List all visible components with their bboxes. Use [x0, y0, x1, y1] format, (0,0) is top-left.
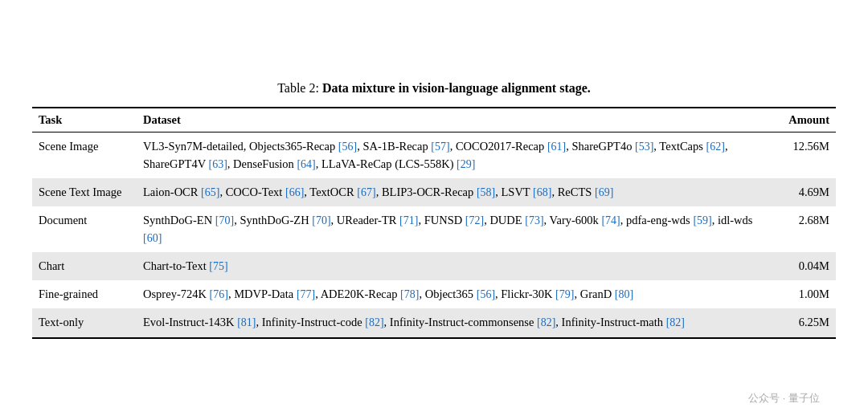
amount-cell: 12.56M: [772, 133, 836, 178]
table-row: DocumentSynthDoG-EN [70], SynthDoG-ZH [7…: [32, 206, 836, 252]
title-bold: Data mixture in vision-language alignmen…: [322, 81, 591, 95]
task-cell: Chart: [32, 252, 137, 280]
citation-ref[interactable]: [64]: [297, 158, 315, 170]
citation-ref[interactable]: [68]: [533, 186, 551, 198]
citation-ref[interactable]: [67]: [357, 186, 375, 198]
citation-ref[interactable]: [73]: [525, 214, 543, 226]
table-row: Scene Text ImageLaion-OCR [65], COCO-Tex…: [32, 178, 836, 206]
amount-cell: 1.00M: [772, 280, 836, 308]
dataset-cell: Evol-Instruct-143K [81], Infinity-Instru…: [137, 308, 772, 337]
dataset-cell: VL3-Syn7M-detailed, Objects365-Recap [56…: [137, 133, 772, 178]
amount-cell: 6.25M: [772, 308, 836, 337]
citation-ref[interactable]: [61]: [547, 141, 566, 153]
citation-ref[interactable]: [60]: [143, 232, 162, 244]
citation-ref[interactable]: [58]: [477, 186, 495, 198]
table-row: Fine-grainedOsprey-724K [76], MDVP-Data …: [32, 280, 836, 308]
citation-ref[interactable]: [65]: [201, 186, 219, 198]
header-task: Task: [32, 108, 137, 133]
citation-ref[interactable]: [80]: [615, 288, 633, 300]
header-amount: Amount: [772, 108, 836, 133]
data-table: Task Dataset Amount Scene ImageVL3-Syn7M…: [32, 107, 836, 338]
task-cell: Text-only: [32, 308, 137, 337]
citation-ref[interactable]: [63]: [209, 158, 227, 170]
citation-ref[interactable]: [72]: [465, 214, 484, 226]
task-cell: Scene Image: [32, 133, 137, 178]
citation-ref[interactable]: [81]: [237, 316, 256, 328]
dataset-cell: SynthDoG-EN [70], SynthDoG-ZH [70], URea…: [137, 206, 772, 252]
citation-ref[interactable]: [70]: [215, 214, 234, 226]
citation-ref[interactable]: [77]: [297, 288, 315, 300]
citation-ref[interactable]: [53]: [635, 141, 653, 153]
table-header-row: Task Dataset Amount: [32, 108, 836, 133]
citation-ref[interactable]: [78]: [400, 288, 419, 300]
dataset-cell: Chart-to-Text [75]: [137, 252, 772, 280]
citation-ref[interactable]: [82]: [365, 316, 383, 328]
citation-ref[interactable]: [69]: [595, 186, 613, 198]
citation-ref[interactable]: [76]: [210, 288, 228, 300]
citation-ref[interactable]: [75]: [209, 260, 227, 272]
citation-ref[interactable]: [66]: [285, 186, 304, 198]
page-container: Table 2: Data mixture in vision-language…: [32, 81, 836, 338]
table-title: Table 2: Data mixture in vision-language…: [32, 81, 836, 96]
citation-ref[interactable]: [82]: [666, 316, 685, 328]
citation-ref[interactable]: [79]: [555, 288, 574, 300]
amount-cell: 2.68M: [772, 206, 836, 252]
amount-cell: 0.04M: [772, 252, 836, 280]
citation-ref[interactable]: [70]: [312, 214, 330, 226]
watermark: 公众号 · 量子位: [748, 391, 820, 406]
citation-ref[interactable]: [56]: [338, 141, 357, 153]
citation-ref[interactable]: [29]: [457, 158, 475, 170]
table-row: ChartChart-to-Text [75]0.04M: [32, 252, 836, 280]
task-cell: Fine-grained: [32, 280, 137, 308]
task-cell: Scene Text Image: [32, 178, 137, 206]
citation-ref[interactable]: [59]: [693, 214, 711, 226]
header-dataset: Dataset: [137, 108, 772, 133]
task-cell: Document: [32, 206, 137, 252]
citation-ref[interactable]: [82]: [537, 316, 555, 328]
citation-ref[interactable]: [56]: [477, 288, 495, 300]
amount-cell: 4.69M: [772, 178, 836, 206]
dataset-cell: Laion-OCR [65], COCO-Text [66], TextOCR …: [137, 178, 772, 206]
citation-ref[interactable]: [57]: [431, 141, 449, 153]
citation-ref[interactable]: [62]: [706, 141, 725, 153]
title-prefix: Table 2:: [277, 81, 322, 95]
citation-ref[interactable]: [74]: [601, 214, 620, 226]
dataset-cell: Osprey-724K [76], MDVP-Data [77], ADE20K…: [137, 280, 772, 308]
table-row: Text-onlyEvol-Instruct-143K [81], Infini…: [32, 308, 836, 337]
table-row: Scene ImageVL3-Syn7M-detailed, Objects36…: [32, 133, 836, 178]
citation-ref[interactable]: [71]: [399, 214, 418, 226]
